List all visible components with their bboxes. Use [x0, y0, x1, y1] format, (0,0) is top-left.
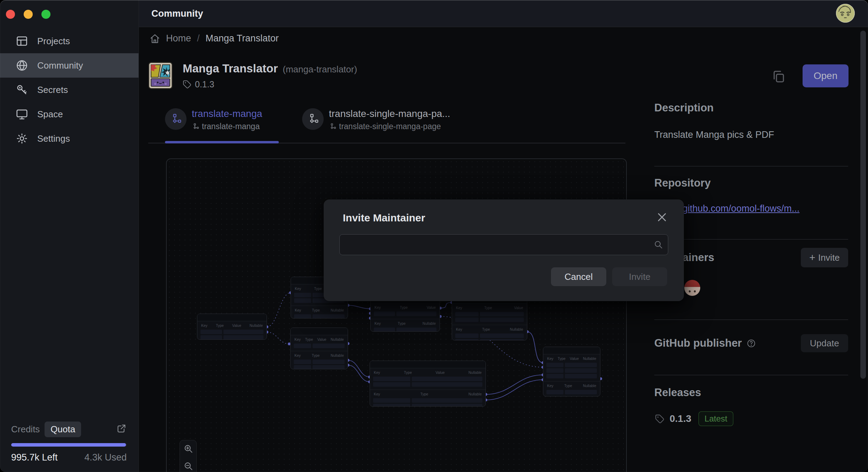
- gear-icon: [16, 132, 28, 145]
- sidebar: Projects Community Secrets Space Setting…: [0, 0, 139, 472]
- tab-title: translate-single-manga-pa...: [329, 108, 450, 119]
- sidebar-item-space[interactable]: Space: [0, 102, 139, 126]
- divider: [654, 375, 848, 375]
- invite-button-label: Invite: [818, 252, 840, 263]
- releases-heading: Releases: [654, 386, 701, 399]
- credits-used: 4.3k Used: [84, 452, 127, 463]
- workflow-icon: [192, 123, 199, 130]
- tag-icon: [183, 80, 191, 89]
- page-title: Community: [151, 8, 203, 19]
- search-icon: [654, 240, 663, 249]
- invite-maintainer-button[interactable]: + Invite: [801, 248, 848, 267]
- flow-node[interactable]: KeyTypeValueNullableKeyTypeNullable: [290, 328, 348, 369]
- quota-chip[interactable]: Quota: [45, 422, 81, 437]
- tab-translate-single-manga-page[interactable]: translate-single-manga-pa... translate-s…: [302, 108, 450, 131]
- globe-icon: [16, 59, 28, 72]
- flow-icon-badge: [165, 108, 187, 130]
- breadcrumb: Home / Manga Translator: [150, 33, 279, 44]
- update-publisher-button[interactable]: Update: [801, 334, 848, 352]
- latest-badge: Latest: [699, 411, 733, 426]
- key-icon: [16, 84, 28, 96]
- sidebar-nav: Projects Community Secrets Space Setting…: [0, 29, 139, 151]
- flow-tabs: translate-manga translate-manga translat…: [148, 105, 625, 143]
- external-link-icon[interactable]: [116, 423, 127, 435]
- credits-left: 995.7k Left: [11, 452, 58, 463]
- tab-title: translate-manga: [192, 108, 262, 119]
- sidebar-item-label: Secrets: [37, 85, 68, 95]
- workflow-icon: [307, 113, 319, 125]
- flow-node[interactable]: KeyTypeValueNullableKeyTypeNullable: [543, 347, 600, 396]
- maximize-window-button[interactable]: [41, 10, 50, 19]
- tab-subtitle: translate-single-manga-page: [339, 122, 441, 131]
- monitor-icon: [16, 108, 28, 120]
- invite-maintainer-modal: Invite Maintainer Cancel Invite: [324, 199, 684, 301]
- description-text: Translate Manga pics & PDF: [654, 129, 774, 140]
- sidebar-item-label: Settings: [37, 133, 70, 144]
- app-window: Projects Community Secrets Space Setting…: [0, 0, 868, 472]
- release-version: 0.1.3: [670, 413, 691, 424]
- help-icon[interactable]: [747, 339, 756, 348]
- plus-icon: +: [809, 252, 815, 263]
- tag-icon: [655, 414, 664, 424]
- sidebar-item-community[interactable]: Community: [0, 53, 139, 78]
- credits-label: Credits: [11, 424, 40, 435]
- minimize-window-button[interactable]: [24, 10, 33, 19]
- vertical-scrollbar[interactable]: [860, 31, 866, 379]
- canvas-zoom-controls: [180, 440, 197, 472]
- active-tab-underline: [165, 141, 279, 143]
- sidebar-item-secrets[interactable]: Secrets: [0, 78, 139, 102]
- home-icon[interactable]: [150, 33, 160, 44]
- grid-icon: [16, 35, 28, 47]
- modal-close-button[interactable]: [656, 211, 668, 223]
- sidebar-item-projects[interactable]: Projects: [0, 29, 139, 53]
- project-version: 0.1.3: [195, 79, 214, 89]
- close-icon: [656, 211, 668, 223]
- repository-heading: Repository: [654, 177, 711, 189]
- project-header: Manga Translator (manga-translator) 0.1.…: [148, 62, 357, 89]
- divider: [654, 166, 848, 166]
- window-controls: [6, 10, 50, 19]
- credits-section: Credits Quota 995.7k Left 4.3k Used: [11, 421, 127, 463]
- divider: [654, 320, 848, 320]
- workflow-icon: [170, 113, 182, 125]
- project-icon: [148, 62, 173, 89]
- credits-progress-bar: [11, 443, 127, 447]
- sidebar-item-label: Projects: [37, 36, 70, 47]
- maintainer-avatar[interactable]: [684, 280, 700, 296]
- flow-icon-badge: [302, 108, 324, 130]
- tab-translate-manga[interactable]: translate-manga translate-manga: [165, 108, 262, 131]
- flow-node[interactable]: KeyTypeValueNullable: [197, 314, 267, 340]
- flow-node[interactable]: KeyTypeValueNullableKeyTypeNullable: [370, 361, 486, 407]
- github-publisher-heading: GitHub publisher: [654, 337, 742, 349]
- zoom-out-icon[interactable]: [183, 461, 193, 471]
- zoom-in-icon[interactable]: [183, 444, 193, 454]
- flow-node[interactable]: KeyTypeValueKeyTypeNullable: [452, 296, 527, 340]
- close-window-button[interactable]: [6, 10, 15, 19]
- release-row: 0.1.3 Latest: [655, 411, 733, 426]
- breadcrumb-current: Manga Translator: [206, 33, 279, 44]
- sidebar-item-settings[interactable]: Settings: [0, 126, 139, 151]
- description-heading: Description: [654, 102, 714, 114]
- breadcrumb-separator: /: [197, 33, 200, 44]
- invite-search-input[interactable]: [339, 234, 668, 255]
- sidebar-item-label: Space: [37, 109, 63, 120]
- invite-submit-button[interactable]: Invite: [612, 267, 667, 286]
- modal-title: Invite Maintainer: [343, 212, 425, 224]
- project-title: Manga Translator: [183, 62, 278, 75]
- sidebar-item-label: Community: [37, 60, 83, 71]
- tab-subtitle: translate-manga: [202, 122, 260, 131]
- cancel-button[interactable]: Cancel: [551, 267, 606, 286]
- project-slug: (manga-translator): [283, 64, 357, 75]
- breadcrumb-home[interactable]: Home: [166, 33, 191, 44]
- workflow-icon: [329, 123, 336, 130]
